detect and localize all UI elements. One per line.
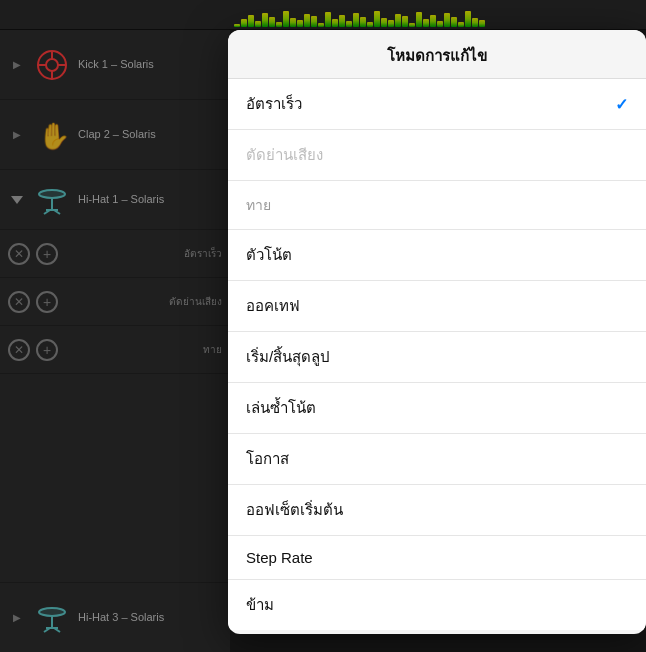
menu-item-note[interactable]: ตัวโน้ต bbox=[228, 230, 646, 281]
menu-item-offset[interactable]: ออฟเซ็ตเริ่มต้น bbox=[228, 485, 646, 536]
menu-item-repeat[interactable]: เล่นซ้ำโน้ต bbox=[228, 383, 646, 434]
menu-item-cut[interactable]: ตัดย่านเสียง bbox=[228, 130, 646, 181]
menu-item-octave[interactable]: ออคเทฟ bbox=[228, 281, 646, 332]
menu-item-skip-label: ข้าม bbox=[246, 593, 274, 617]
menu-item-offset-label: ออฟเซ็ตเริ่มต้น bbox=[246, 498, 343, 522]
menu-item-skip[interactable]: ข้าม bbox=[228, 580, 646, 630]
menu-item-rate[interactable]: อัตราเร็ว ✓ bbox=[228, 79, 646, 130]
menu-item-rate-label: อัตราเร็ว bbox=[246, 92, 302, 116]
menu-item-steprate-label: Step Rate bbox=[246, 549, 313, 566]
menu-item-note-label: ตัวโน้ต bbox=[246, 243, 292, 267]
menu-item-steprate[interactable]: Step Rate bbox=[228, 536, 646, 580]
menu-item-chance-label: โอกาส bbox=[246, 447, 289, 471]
menu-item-cut-label: ตัดย่านเสียง bbox=[246, 143, 323, 167]
menu-item-rate-check: ✓ bbox=[615, 95, 628, 114]
modal-title: โหมดการแก้ไข bbox=[228, 30, 646, 78]
menu-item-section1-label: ทาย bbox=[246, 194, 271, 216]
menu-item-loopstart-label: เริ่ม/สิ้นสุดลูป bbox=[246, 345, 330, 369]
menu-item-loopstart[interactable]: เริ่ม/สิ้นสุดลูป bbox=[228, 332, 646, 383]
menu-item-chance[interactable]: โอกาส bbox=[228, 434, 646, 485]
menu-item-repeat-label: เล่นซ้ำโน้ต bbox=[246, 396, 316, 420]
menu-item-section1[interactable]: ทาย bbox=[228, 181, 646, 230]
menu-item-octave-label: ออคเทฟ bbox=[246, 294, 300, 318]
modal-panel: โหมดการแก้ไข อัตราเร็ว ✓ ตัดย่านเสียง ทา… bbox=[228, 30, 646, 634]
